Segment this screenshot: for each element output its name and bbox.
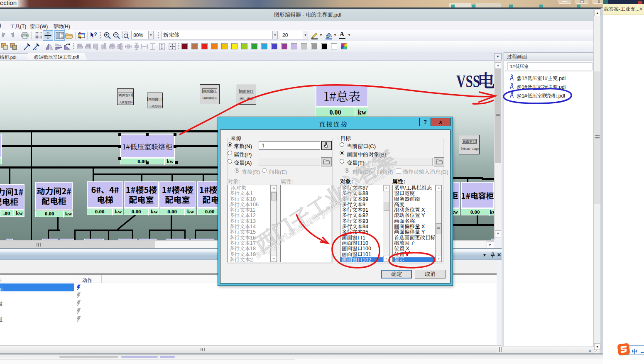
svg-text:?: ? <box>94 32 97 37</box>
